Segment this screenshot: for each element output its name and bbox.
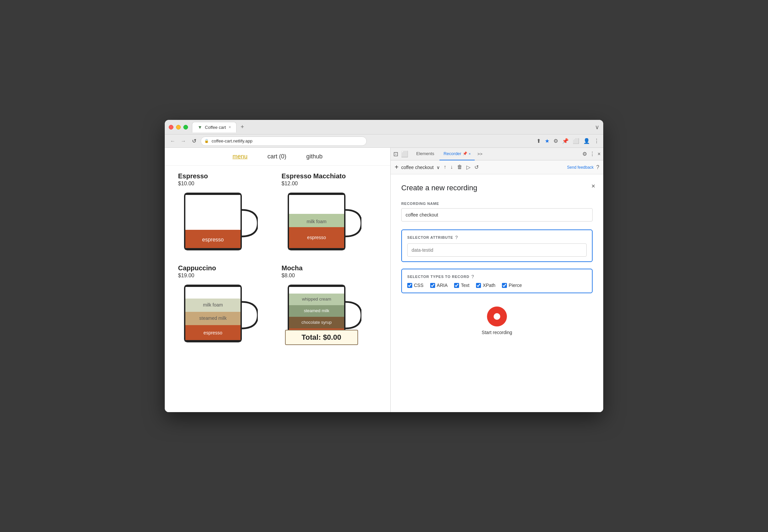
cast-icon[interactable]: ⬜ [573, 138, 579, 144]
add-recording-button[interactable]: + [395, 163, 399, 171]
xpath-label: XPath [483, 283, 495, 288]
browser-window: ▼ Coffee cart × + ∨ ← → ↺ 🔒 coffee-cart.… [165, 120, 603, 412]
recording-name-input[interactable] [401, 208, 593, 222]
svg-rect-4 [185, 193, 241, 195]
espresso-price: $10.00 [178, 181, 274, 187]
selector-types-checkboxes: CSS ARIA Text XPath [407, 283, 587, 288]
pierce-checkbox[interactable] [502, 283, 507, 288]
mocha-item: Mocha $8.00 [282, 264, 377, 348]
send-feedback-link[interactable]: Send feedback [567, 165, 594, 170]
refresh-button[interactable]: ↺ [190, 138, 198, 144]
text-checkbox-label[interactable]: Text [454, 283, 469, 288]
xpath-checkbox-label[interactable]: XPath [476, 283, 495, 288]
pierce-label: Pierce [509, 283, 522, 288]
new-recording-dialog: Create a new recording × RECORDING NAME … [391, 174, 603, 412]
forward-button[interactable]: → [179, 138, 187, 144]
recorder-tab[interactable]: Recorder 📌 × [439, 148, 475, 160]
cart-nav-link[interactable]: cart (0) [267, 153, 286, 160]
device-toggle-icon[interactable]: ⬜ [401, 150, 408, 158]
close-window-button[interactable] [169, 125, 173, 130]
total-badge: Total: $0.00 [285, 330, 358, 345]
selector-types-help-icon[interactable]: ? [471, 274, 474, 279]
elements-tab[interactable]: Elements [412, 148, 438, 160]
website-panel: menu cart (0) github Espresso $10.00 [165, 148, 391, 412]
macchiato-cup[interactable]: milk foam espresso [282, 190, 361, 256]
text-checkbox[interactable] [454, 283, 459, 288]
recorder-close-icon[interactable]: × [469, 152, 471, 156]
share-icon[interactable]: ⬆ [536, 138, 541, 144]
title-bar: ▼ Coffee cart × + ∨ [165, 120, 603, 134]
css-label: CSS [414, 283, 424, 288]
devtools-close-button[interactable]: × [598, 151, 601, 157]
upload-recording-icon[interactable]: ↑ [444, 164, 446, 170]
start-recording-label: Start recording [482, 330, 512, 335]
delete-recording-icon[interactable]: 🗑 [457, 164, 462, 170]
browser-tab[interactable]: ▼ Coffee cart × [192, 122, 237, 133]
bookmark-icon[interactable]: ★ [545, 138, 549, 144]
recorder-help-icon[interactable]: ? [596, 164, 599, 170]
recorder-icons: ↑ ↓ 🗑 ▷ ↺ [444, 164, 479, 170]
menu-nav-link[interactable]: menu [233, 153, 247, 160]
aria-checkbox[interactable] [430, 283, 435, 288]
espresso-cup-svg: espresso [178, 190, 258, 256]
download-recording-icon[interactable]: ↓ [450, 164, 453, 170]
mocha-cup[interactable]: whipped cream steamed milk chocolate syr… [282, 282, 361, 348]
replay-recording-icon[interactable]: ↺ [474, 164, 479, 170]
github-nav-link[interactable]: github [306, 153, 323, 160]
devtools-more-button[interactable]: ⋮ [590, 151, 595, 157]
aria-checkbox-label[interactable]: ARIA [430, 283, 448, 288]
tab-bar: ▼ Coffee cart × + [192, 122, 595, 133]
tab-close-icon[interactable]: × [229, 125, 231, 130]
svg-text:milk foam: milk foam [203, 302, 223, 308]
selector-types-label: SELECTOR TYPES TO RECORD [407, 275, 469, 279]
coffee-grid: Espresso $10.00 espresso [165, 166, 390, 355]
play-recording-icon[interactable]: ▷ [466, 164, 470, 170]
svg-text:espresso: espresso [204, 330, 223, 335]
espresso-cup[interactable]: espresso [178, 190, 258, 256]
css-checkbox[interactable] [407, 283, 412, 288]
espresso-name: Espresso [178, 172, 274, 180]
devtools-panel: ⊡ ⬜ Elements Recorder 📌 × >> ⚙ ⋮ × + [391, 148, 603, 412]
maximize-window-button[interactable] [183, 125, 188, 130]
element-picker-icon[interactable]: ⊡ [393, 150, 398, 158]
start-recording-button[interactable] [487, 307, 507, 326]
dialog-close-button[interactable]: × [591, 182, 595, 190]
profile-icon[interactable]: 👤 [583, 138, 590, 144]
cappuccino-cup[interactable]: milk foam steamed milk espresso [178, 282, 258, 348]
recording-name-label: coffee checkout [401, 165, 434, 170]
more-tabs-icon[interactable]: >> [476, 151, 484, 156]
tab-title: Coffee cart [205, 125, 226, 130]
start-recording-section: Start recording [401, 300, 593, 342]
new-tab-button[interactable]: + [238, 124, 247, 131]
url-bar[interactable]: 🔒 coffee-cart.netlify.app [201, 136, 367, 146]
svg-text:chocolate syrup: chocolate syrup [301, 320, 332, 325]
text-label: Text [461, 283, 469, 288]
minimize-window-button[interactable] [176, 125, 181, 130]
tab-favicon: ▼ [198, 125, 202, 130]
cappuccino-item: Cappuccino $19.00 milk foam [178, 264, 274, 348]
selector-attribute-label: SELECTOR ATTRIBUTE [407, 235, 453, 239]
extensions-icon[interactable]: ⚙ [553, 138, 558, 144]
espresso-item: Espresso $10.00 espresso [178, 172, 274, 256]
traffic-lights [169, 125, 188, 130]
more-options-icon[interactable]: ⋮ [594, 138, 599, 144]
css-checkbox-label[interactable]: CSS [407, 283, 424, 288]
selector-attribute-input[interactable] [407, 243, 587, 257]
cappuccino-price: $19.00 [178, 273, 274, 279]
pierce-checkbox-label[interactable]: Pierce [502, 283, 522, 288]
svg-text:steamed milk: steamed milk [304, 308, 329, 313]
selector-attribute-help-icon[interactable]: ? [455, 235, 458, 240]
svg-rect-11 [288, 193, 345, 195]
svg-rect-20 [185, 285, 241, 287]
address-bar: ← → ↺ 🔒 coffee-cart.netlify.app ⬆ ★ ⚙ 📌 … [165, 134, 603, 148]
url-text: coffee-cart.netlify.app [212, 138, 252, 143]
back-button[interactable]: ← [169, 138, 177, 144]
svg-text:espresso: espresso [307, 235, 326, 240]
macchiato-price: $12.00 [282, 181, 377, 187]
recorder-pin-icon: 📌 [463, 151, 467, 156]
mocha-price: $8.00 [282, 273, 377, 279]
xpath-checkbox[interactable] [476, 283, 481, 288]
recording-dropdown-button[interactable]: ∨ [436, 165, 440, 170]
devtools-settings-button[interactable]: ⚙ [582, 151, 587, 157]
pin-icon[interactable]: 📌 [562, 138, 569, 144]
